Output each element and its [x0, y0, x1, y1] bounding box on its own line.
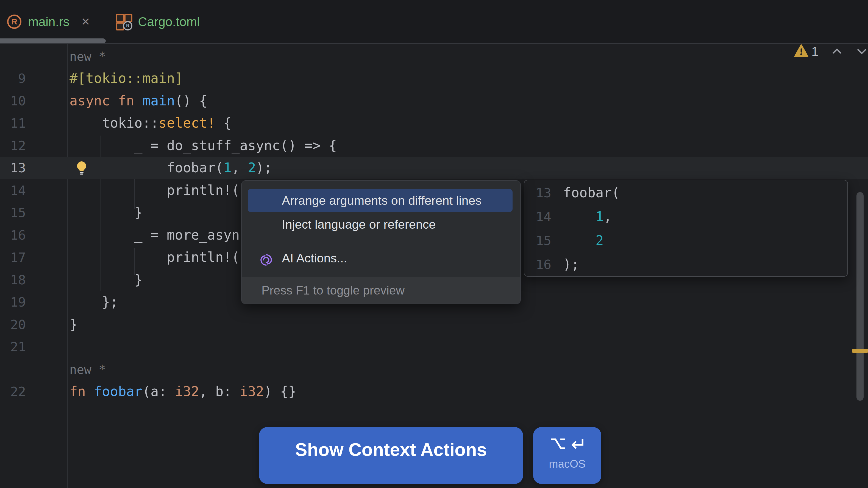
- ai-actions-icon: [259, 251, 273, 265]
- popup-footer-hint: Press F1 to toggle preview: [242, 277, 520, 303]
- menu-item-label: Inject language or reference: [282, 217, 436, 231]
- error-stripe-warning-mark[interactable]: [852, 349, 868, 353]
- line-number: 17: [0, 250, 26, 265]
- shortcut-badge: macOS: [533, 427, 601, 484]
- line-number: 13: [0, 160, 26, 175]
- code-text: foobar(1, 2);: [69, 160, 272, 176]
- code-text: new *: [69, 48, 106, 64]
- code-text: 2: [563, 233, 604, 249]
- code-text: _ = more_asyn: [69, 227, 240, 243]
- preview-line-16: 16);: [524, 253, 847, 276]
- active-tab-underline: [0, 38, 106, 43]
- line-number: 20: [0, 317, 26, 332]
- return-key-icon: [568, 436, 585, 452]
- code-text: }: [69, 317, 78, 332]
- ide-window: R main.rs ✕ R Cargo.toml new *9#[tokio::…: [0, 0, 868, 488]
- line-number: 13: [524, 185, 551, 200]
- line-number: 9: [0, 71, 26, 86]
- line-number: 16: [524, 257, 551, 272]
- line-number: 10: [0, 93, 26, 108]
- preview-line-14: 14 1,: [524, 205, 847, 229]
- line-number: 15: [524, 233, 551, 248]
- line-number: 14: [524, 209, 551, 224]
- line-number: 19: [0, 294, 26, 310]
- code-text: }: [69, 205, 143, 220]
- code-text: println!(: [69, 183, 240, 198]
- context-actions-list: Arrange arguments on different linesInje…: [242, 189, 520, 269]
- editor-tab-bar: R main.rs ✕ R Cargo.toml: [0, 0, 868, 44]
- code-text: }: [69, 272, 143, 288]
- intention-preview-panel: 13foobar(14 1,15 216);: [524, 180, 848, 276]
- code-text: 1,: [563, 209, 612, 225]
- menu-item-arrange-arguments-on-different-lines[interactable]: Arrange arguments on different lines: [248, 189, 513, 212]
- line-number: 16: [0, 228, 26, 242]
- code-line-21: 21: [0, 336, 868, 358]
- next-highlight-chevron-down-icon[interactable]: [856, 45, 868, 58]
- tab-cargo-toml[interactable]: R Cargo.toml: [103, 0, 211, 43]
- code-text: _ = do_stuff_async() => {: [69, 138, 337, 154]
- context-actions-popup: Arrange arguments on different linesInje…: [241, 180, 521, 304]
- warning-count: 1: [811, 44, 818, 59]
- rust-file-icon: R: [7, 14, 22, 29]
- menu-separator: [253, 242, 506, 242]
- os-label: macOS: [549, 458, 585, 470]
- tab-label: main.rs: [28, 14, 69, 29]
- code-line-20: 20}: [0, 313, 868, 336]
- line-number: 11: [0, 116, 26, 131]
- line-number: 14: [0, 183, 26, 198]
- show-context-actions-button[interactable]: Show Context Actions: [259, 427, 523, 484]
- code-text: new *: [69, 361, 106, 377]
- tab-main-rs[interactable]: R main.rs ✕: [0, 0, 103, 43]
- inlay-hint-row: new *: [0, 358, 868, 381]
- code-text: fn foobar(a: i32, b: i32) {}: [69, 384, 297, 399]
- editor-scrollbar-thumb[interactable]: [857, 192, 864, 401]
- menu-item-ai-actions[interactable]: AI Actions...: [248, 247, 513, 269]
- inlay-hint-row: new *: [0, 45, 868, 67]
- code-text: };: [69, 294, 118, 310]
- menu-item-label: Arrange arguments on different lines: [282, 194, 482, 207]
- line-number: 21: [0, 339, 26, 354]
- menu-item-inject-language-or-reference[interactable]: Inject language or reference: [248, 213, 513, 236]
- code-line-9: 9#[tokio::main]: [0, 67, 868, 90]
- code-line-13: 13 foobar(1, 2);: [0, 157, 868, 179]
- line-number: 22: [0, 384, 26, 399]
- line-number: 15: [0, 205, 26, 220]
- code-line-22: 22fn foobar(a: i32, b: i32) {}: [0, 381, 868, 403]
- code-text: );: [563, 257, 579, 272]
- code-line-12: 12 _ = do_stuff_async() => {: [0, 134, 868, 157]
- inspections-widget[interactable]: 1: [794, 44, 868, 59]
- preview-line-13: 13foobar(: [524, 181, 847, 205]
- cargo-file-icon: R: [116, 14, 131, 29]
- code-text: println!(: [69, 250, 240, 265]
- code-line-10: 10async fn main() {: [0, 90, 868, 112]
- code-text: tokio::select! {: [69, 115, 231, 131]
- option-key-icon: [550, 436, 566, 452]
- warning-triangle-icon: [794, 44, 809, 59]
- line-number: 18: [0, 272, 26, 287]
- previous-highlight-chevron-up-icon[interactable]: [831, 45, 843, 58]
- line-number: 12: [0, 138, 26, 153]
- code-text: #[tokio::main]: [69, 70, 183, 86]
- close-tab-icon[interactable]: ✕: [81, 16, 90, 27]
- code-text: foobar(: [563, 185, 620, 201]
- shortcut-keys: [550, 436, 585, 452]
- code-text: async fn main() {: [69, 93, 207, 109]
- code-line-11: 11 tokio::select! {: [0, 112, 868, 134]
- tab-label: Cargo.toml: [138, 14, 200, 29]
- preview-line-15: 15 2: [524, 229, 847, 253]
- menu-item-label: AI Actions...: [282, 251, 347, 265]
